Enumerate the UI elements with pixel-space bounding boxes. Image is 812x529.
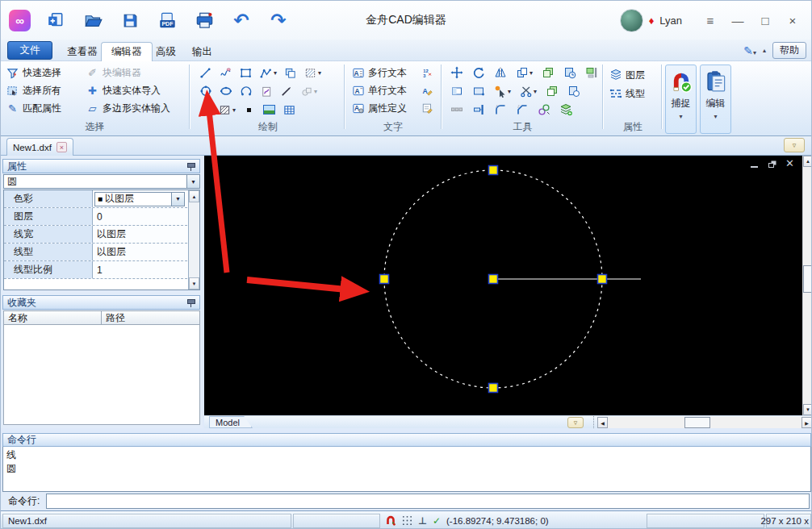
canvas-horizontal-scrollbar[interactable]: ◀ ▶ — [597, 417, 812, 428]
line-tool-icon[interactable] — [199, 66, 212, 79]
quick-block-icon[interactable] — [584, 66, 598, 79]
open-file-icon[interactable] — [81, 10, 105, 31]
chevron-down-icon[interactable]: ▾ — [679, 113, 682, 120]
property-value[interactable]: 以图层 — [93, 244, 199, 260]
property-value[interactable]: 1 — [93, 261, 199, 278]
table-insert-icon[interactable] — [283, 103, 296, 116]
document-tab[interactable]: New1.dxf × — [6, 138, 73, 156]
spline-tool-icon[interactable] — [259, 85, 273, 98]
app-logo-icon[interactable]: ∞ — [9, 10, 31, 31]
region-tool-button[interactable]: ▾ — [299, 85, 317, 98]
text-style-icon[interactable]: A — [421, 84, 434, 97]
hatch-region-button[interactable]: ▾ — [303, 66, 321, 79]
grip-center[interactable] — [489, 275, 498, 284]
color-dropdown[interactable]: ■ 以图层 ▾ — [94, 192, 185, 206]
tab-overflow-button[interactable]: ▿ — [784, 138, 805, 152]
align-tool-icon[interactable] — [471, 103, 485, 116]
favorites-column-path[interactable]: 路径 — [101, 310, 200, 325]
paste-tool-icon[interactable] — [567, 85, 580, 98]
mirror-tool-icon[interactable] — [493, 66, 507, 79]
scroll-right-icon[interactable]: ▶ — [802, 417, 812, 428]
favorites-column-name[interactable]: 名称 — [3, 310, 102, 325]
mdi-restore-button[interactable] — [766, 159, 778, 169]
select-all-button[interactable]: 选择所有 — [6, 83, 61, 98]
maximize-button[interactable]: □ — [753, 9, 777, 31]
rotate-tool-icon[interactable] — [471, 66, 485, 79]
fillet-tool-icon[interactable] — [493, 103, 507, 116]
offset-tool-button[interactable]: ▾ — [515, 66, 533, 79]
redo-icon[interactable]: ↷ — [266, 10, 291, 31]
property-value[interactable]: 以图层 — [93, 226, 199, 243]
copy-entities-icon[interactable] — [541, 66, 555, 79]
pin-icon[interactable] — [186, 162, 195, 171]
circle-tool-icon[interactable] — [199, 85, 212, 98]
attribute-define-button[interactable]: A 属性定义 — [351, 101, 407, 115]
pdf-export-icon[interactable]: PDF — [155, 10, 179, 31]
singleline-text-button[interactable]: A 单行文本 — [351, 83, 407, 98]
block-editor-button[interactable]: ✐ 块编辑器 — [86, 65, 141, 80]
close-button[interactable]: × — [781, 9, 805, 31]
undo-icon[interactable]: ↶ — [229, 10, 253, 31]
arc-tool-icon[interactable] — [239, 85, 253, 98]
stretch-tool-icon[interactable] — [450, 85, 463, 98]
grip-right[interactable] — [598, 275, 607, 284]
property-value[interactable]: 0 — [93, 208, 199, 225]
grid-status-icon[interactable] — [402, 515, 412, 527]
match-properties-button[interactable]: ✎ 匹配属性 — [6, 101, 61, 115]
add-layers-icon[interactable] — [559, 103, 572, 116]
snap-status-icon[interactable] — [385, 514, 396, 528]
menu-icon[interactable]: ≡ — [698, 9, 722, 31]
image-insert-icon[interactable] — [262, 103, 276, 116]
multiline-text-button[interactable]: A 多行文本 — [351, 65, 407, 80]
polyline-tool-button[interactable]: ▾ — [259, 66, 277, 79]
quick-select-button[interactable]: 快速选择 — [6, 65, 61, 80]
scroll-left-icon[interactable]: ◀ — [597, 417, 608, 428]
match-circles-icon[interactable] — [537, 103, 550, 116]
grip-top[interactable] — [489, 166, 498, 175]
edit-button[interactable]: 编辑 ▾ — [700, 65, 731, 134]
layers-button[interactable]: 图层 — [609, 68, 645, 82]
canvas-vertical-scrollbar[interactable]: ▲ ▼ — [802, 156, 812, 415]
command-input[interactable] — [46, 494, 810, 509]
tab-file[interactable]: 文件 — [7, 41, 52, 60]
point-select-button[interactable]: ▾ — [493, 85, 511, 98]
insert-block-icon[interactable] — [283, 66, 297, 79]
linetype-button[interactable]: 线型 — [609, 86, 645, 101]
entity-type-dropdown[interactable]: 圆 ▾ — [3, 174, 200, 189]
ellipse-tool-icon[interactable] — [219, 85, 232, 98]
mdi-minimize-button[interactable] — [748, 159, 760, 169]
user-avatar[interactable] — [620, 9, 643, 32]
tab-output[interactable]: 输出 — [182, 42, 222, 61]
copy-tool-icon[interactable] — [545, 85, 559, 98]
snap-button[interactable]: 捕捉 ▾ — [665, 65, 697, 134]
perpendicular-status-icon[interactable]: ⊥ — [418, 515, 427, 527]
chevron-down-icon[interactable]: ▾ — [186, 175, 199, 188]
layout-overflow-button[interactable]: ▿ — [567, 417, 584, 428]
array-tool-icon-disabled[interactable] — [450, 103, 463, 116]
trim-tool-button[interactable]: ▾ — [519, 85, 537, 98]
help-button[interactable]: 帮助 — [772, 42, 806, 59]
user-account[interactable]: ♦ Lyan — [620, 1, 682, 40]
polygon-entity-input-button[interactable]: ▱ 多边形实体输入 — [86, 101, 170, 115]
scroll-down-icon[interactable]: ▼ — [189, 277, 199, 289]
scroll-up-icon[interactable]: ▲ — [189, 190, 199, 202]
paste-with-clock-icon[interactable] — [563, 66, 576, 79]
print-icon[interactable] — [192, 10, 216, 31]
model-tab[interactable]: Model — [209, 416, 253, 428]
sketch-tool-icon[interactable] — [219, 66, 232, 79]
construction-line-icon[interactable] — [279, 85, 293, 98]
tab-viewer[interactable]: 查看器 — [57, 42, 107, 61]
tab-editor[interactable]: 编辑器 — [101, 42, 153, 61]
scroll-down-icon[interactable]: ▼ — [803, 404, 812, 415]
tab-advanced[interactable]: 高级 — [146, 42, 186, 61]
new-file-icon[interactable] — [44, 10, 68, 31]
save-icon[interactable] — [118, 10, 142, 31]
hatch-tool-button[interactable]: ▾ — [218, 103, 236, 116]
rectangle-tool-icon[interactable] — [239, 66, 253, 79]
minimize-button[interactable]: — — [726, 9, 750, 31]
style-edit-icon[interactable]: ✎▾ — [743, 44, 756, 57]
document-tab-close-icon[interactable]: × — [57, 142, 67, 152]
ortho-status-icon[interactable]: ✓ — [433, 515, 441, 527]
grip-left[interactable] — [380, 275, 389, 284]
scroll-up-icon[interactable]: ▲ — [803, 156, 812, 167]
